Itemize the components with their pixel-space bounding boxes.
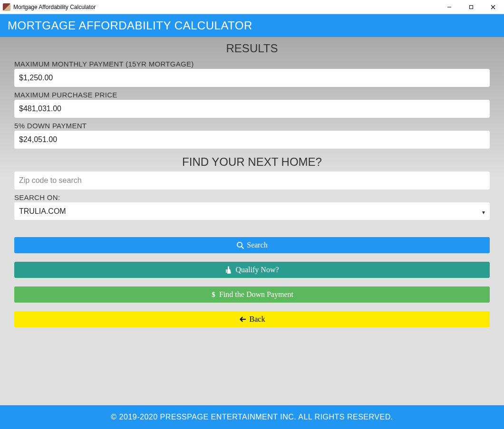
find-home-heading: FIND YOUR NEXT HOME?	[14, 151, 490, 172]
search-on-label: SEARCH ON:	[14, 191, 490, 202]
qualify-button-label: Qualify Now?	[235, 266, 279, 274]
svg-rect-1	[470, 5, 473, 9]
results-heading: RESULTS	[14, 37, 490, 58]
content-area: RESULTS MAXIMUM MONTHLY PAYMENT (15YR MO…	[0, 37, 504, 405]
header-title: MORTGAGE AFFORDABILITY CALCULATOR	[8, 19, 252, 32]
back-button[interactable]: Back	[14, 311, 490, 327]
svg-line-5	[242, 247, 243, 248]
down-payment-value: $24,051.00	[14, 131, 490, 149]
find-down-button-label: Find the Down Payment	[219, 290, 293, 299]
app-header: MORTGAGE AFFORDABILITY CALCULATOR	[0, 14, 504, 37]
search-button[interactable]: Search	[14, 237, 490, 253]
minimize-icon	[447, 5, 452, 10]
search-on-select[interactable]: TRULIA.COM	[14, 202, 490, 220]
footer: © 2019-2020 PRESSPAGE ENTERTAINMENT INC.…	[0, 405, 504, 429]
arrow-left-icon	[239, 315, 247, 323]
footer-text: © 2019-2020 PRESSPAGE ENTERTAINMENT INC.…	[111, 413, 393, 421]
back-button-label: Back	[250, 315, 265, 324]
search-button-label: Search	[247, 241, 268, 249]
close-button[interactable]	[482, 0, 504, 14]
window-controls	[438, 0, 504, 14]
maximize-button[interactable]	[460, 0, 482, 14]
down-payment-label: 5% DOWN PAYMENT	[14, 120, 490, 131]
window-title: Mortgage Affordability Calculator	[13, 4, 96, 10]
max-purchase-label: MAXIMUM PURCHASE PRICE	[14, 89, 490, 100]
thumbs-up-icon	[225, 266, 233, 274]
find-down-button[interactable]: $ Find the Down Payment	[14, 286, 490, 303]
svg-text:$: $	[212, 291, 215, 298]
close-icon	[491, 5, 495, 10]
search-icon	[236, 241, 244, 249]
max-monthly-value: $1,250.00	[14, 69, 490, 87]
minimize-button[interactable]	[438, 0, 460, 14]
titlebar: Mortgage Affordability Calculator	[0, 0, 504, 14]
app-icon	[3, 3, 10, 11]
qualify-button[interactable]: Qualify Now?	[14, 262, 490, 278]
zip-input[interactable]	[14, 172, 490, 190]
max-monthly-label: MAXIMUM MONTHLY PAYMENT (15YR MORTGAGE)	[14, 58, 490, 69]
max-purchase-value: $481,031.00	[14, 100, 490, 118]
dollar-icon: $	[211, 291, 216, 298]
maximize-icon	[469, 5, 474, 10]
